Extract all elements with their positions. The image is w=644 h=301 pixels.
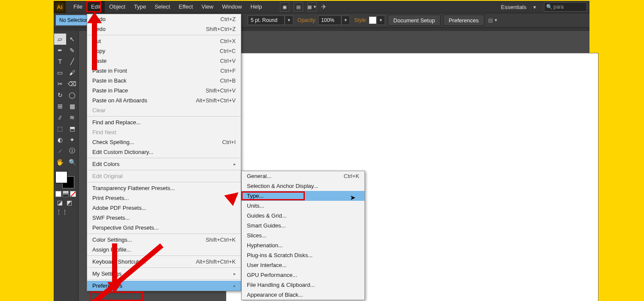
tool-3-0[interactable]: ▭ <box>54 67 66 78</box>
menu-separator <box>87 158 241 158</box>
menuitem-paste-in-place[interactable]: Paste in PlaceShift+Ctrl+V <box>87 86 241 95</box>
tool-0-0[interactable]: ▱ <box>54 34 66 45</box>
submenu-units-[interactable]: Units... <box>242 201 365 211</box>
preferences-button[interactable]: Preferences <box>443 15 484 26</box>
menuitem-assign-profile-[interactable]: Assign Profile... <box>87 245 241 255</box>
submenu-type-[interactable]: Type... <box>242 191 365 201</box>
submenu-gpu-performance-[interactable]: GPU Performance... <box>242 270 365 280</box>
fill-stroke-control[interactable] <box>55 171 75 188</box>
workspace-drop-icon[interactable]: ▾ <box>533 4 540 10</box>
menu-edit[interactable]: Edit <box>87 1 105 13</box>
tool-6-0[interactable]: ⊞ <box>54 101 66 112</box>
menuitem-find-next[interactable]: Find Next <box>87 127 241 137</box>
menuitem-undo[interactable]: UndoCtrl+Z <box>87 14 241 24</box>
none-mode-icon[interactable] <box>70 191 76 197</box>
menuitem-adobe-pdf-presets-[interactable]: Adobe PDF Presets... <box>87 203 241 213</box>
style-swatch[interactable] <box>369 16 377 24</box>
menuitem-paste-in-back[interactable]: Paste in BackCtrl+B <box>87 76 241 86</box>
tool-0-1[interactable]: ↖ <box>67 34 79 45</box>
fill-swatch[interactable] <box>55 171 67 183</box>
grid-icon[interactable]: ▦▼ <box>307 2 317 12</box>
tool-1-1[interactable]: ✎ <box>67 45 79 56</box>
tool-6-1[interactable]: ▦ <box>67 101 79 112</box>
menuitem-paste[interactable]: PasteCtrl+V <box>87 56 241 66</box>
tool-1-0[interactable]: ✒ <box>54 45 66 56</box>
menu-view[interactable]: View <box>197 1 218 13</box>
menuitem-paste-on-all-artboards[interactable]: Paste on All ArtboardsAlt+Shift+Ctrl+V <box>87 95 241 105</box>
tool-3-1[interactable]: 🖌 <box>67 67 79 78</box>
submenu-general-[interactable]: General...Ctrl+K <box>242 171 365 181</box>
menu-file[interactable]: File <box>69 1 87 13</box>
tool-9-0[interactable]: ◐ <box>54 134 66 145</box>
menuitem-perspective-grid-presets-[interactable]: Perspective Grid Presets... <box>87 223 241 233</box>
screen-mode-icon[interactable]: ◪ <box>56 199 64 206</box>
menuitem-edit-colors[interactable]: Edit Colors <box>87 159 241 169</box>
tool-2-0[interactable]: T <box>54 56 66 67</box>
tool-8-0[interactable]: ⬚ <box>54 123 66 134</box>
menuitem-print-presets-[interactable]: Print Presets... <box>87 193 241 203</box>
document-setup-button[interactable]: Document Setup <box>388 15 440 26</box>
tool-7-0[interactable]: ⫽ <box>54 112 66 123</box>
draw-mode-icon[interactable]: ◩ <box>65 199 73 206</box>
menuitem-paste-in-front[interactable]: Paste in FrontCtrl+F <box>87 66 241 76</box>
menu-window[interactable]: Window <box>218 1 246 13</box>
menu-effect[interactable]: Effect <box>174 1 197 13</box>
menuitem-preferences[interactable]: Preferences <box>87 281 241 291</box>
tool-8-1[interactable]: ⬒ <box>67 123 79 134</box>
menu-type[interactable]: Type <box>130 1 150 13</box>
color-mode-icon[interactable] <box>55 191 61 197</box>
menu-object[interactable]: Object <box>105 1 130 13</box>
tool-5-0[interactable]: ↻ <box>54 89 66 101</box>
menu-select[interactable]: Select <box>150 1 174 13</box>
submenu-appearance-of-black-[interactable]: Appearance of Black... <box>242 290 365 300</box>
search-input[interactable]: 🔍 para <box>544 2 587 12</box>
tool-9-1[interactable]: ✦ <box>67 134 79 145</box>
menuitem-find-and-replace-[interactable]: Find and Replace... <box>87 117 241 127</box>
menuitem-edit-custom-dictionary-[interactable]: Edit Custom Dictionary... <box>87 147 241 157</box>
menuitem-my-settings[interactable]: My Settings <box>87 269 241 279</box>
gradient-mode-icon[interactable] <box>63 191 69 197</box>
submenu-selection-anchor-display-[interactable]: Selection & Anchor Display... <box>242 181 365 191</box>
menuitem-color-settings-[interactable]: Color Settings...Shift+Ctrl+K <box>87 235 241 245</box>
submenu-smart-guides-[interactable]: Smart Guides... <box>242 221 365 230</box>
gpu-rocket-icon[interactable]: ✈ <box>321 3 327 11</box>
tool-4-1[interactable]: ⌫ <box>67 78 79 89</box>
workspace-switcher[interactable]: Essentials <box>498 4 529 10</box>
submenu-hyphenation-[interactable]: Hyphenation... <box>242 240 365 250</box>
tool-5-1[interactable]: ◯ <box>67 89 79 101</box>
align-icon[interactable]: ⊟▼ <box>487 15 499 25</box>
opacity-label: Opacity: <box>298 17 316 23</box>
toolbar-handle[interactable]: ⋮⋮ <box>56 208 77 216</box>
tool-10-1[interactable]: Ⓘ <box>67 145 79 157</box>
submenu-file-handling-clipboard-[interactable]: File Handling & Clipboard... <box>242 280 365 290</box>
opacity-input[interactable]: 100% <box>318 15 341 25</box>
submenu-plug-ins-scratch-disks-[interactable]: Plug-ins & Scratch Disks... <box>242 250 365 260</box>
tool-11-1[interactable]: 🔍 <box>67 157 79 168</box>
style-drop-icon[interactable]: ▼ <box>377 15 385 25</box>
menuitem-edit-original[interactable]: Edit Original <box>87 171 241 181</box>
menuitem-transparency-flattener-presets-[interactable]: Transparency Flattener Presets... <box>87 183 241 193</box>
menuitem-cut[interactable]: CutCtrl+X <box>87 36 241 46</box>
tool-2-1[interactable]: ╱ <box>67 56 79 67</box>
tool-7-1[interactable]: ≋ <box>67 112 79 123</box>
submenu-user-interface-[interactable]: User Interface... <box>242 260 365 270</box>
menuitem-keyboard-shortcuts-[interactable]: Keyboard Shortcuts...Alt+Shift+Ctrl+K <box>87 257 241 267</box>
brush-drop-icon[interactable]: ▼ <box>285 15 293 25</box>
tool-11-0[interactable]: 🖐 <box>54 157 66 168</box>
submenu-slices-[interactable]: Slices... <box>242 230 365 240</box>
search-icon: 🔍 <box>546 4 553 10</box>
arrange-doc2-icon[interactable]: ▤ <box>294 2 303 12</box>
brush-select[interactable]: 5 pt. Round <box>248 15 285 25</box>
menuitem-copy[interactable]: CopyCtrl+C <box>87 46 241 56</box>
menuitem-redo[interactable]: RedoShift+Ctrl+Z <box>87 24 241 34</box>
menuitem-swf-presets-[interactable]: SWF Presets... <box>87 213 241 223</box>
menuitem-clear[interactable]: Clear <box>87 105 241 115</box>
canvas-area[interactable]: UndoCtrl+ZRedoShift+Ctrl+ZCutCtrl+XCopyC… <box>79 31 589 301</box>
tool-10-0[interactable]: ⟋ <box>54 145 66 157</box>
opacity-drop-icon[interactable]: ▼ <box>341 15 350 25</box>
arrange-doc-icon[interactable]: ▣ <box>280 2 289 12</box>
menuitem-check-spelling-[interactable]: Check Spelling...Ctrl+I <box>87 137 241 147</box>
tool-4-0[interactable]: ✂ <box>54 78 66 89</box>
menu-help[interactable]: Help <box>246 1 266 13</box>
submenu-guides-grid-[interactable]: Guides & Grid... <box>242 211 365 221</box>
